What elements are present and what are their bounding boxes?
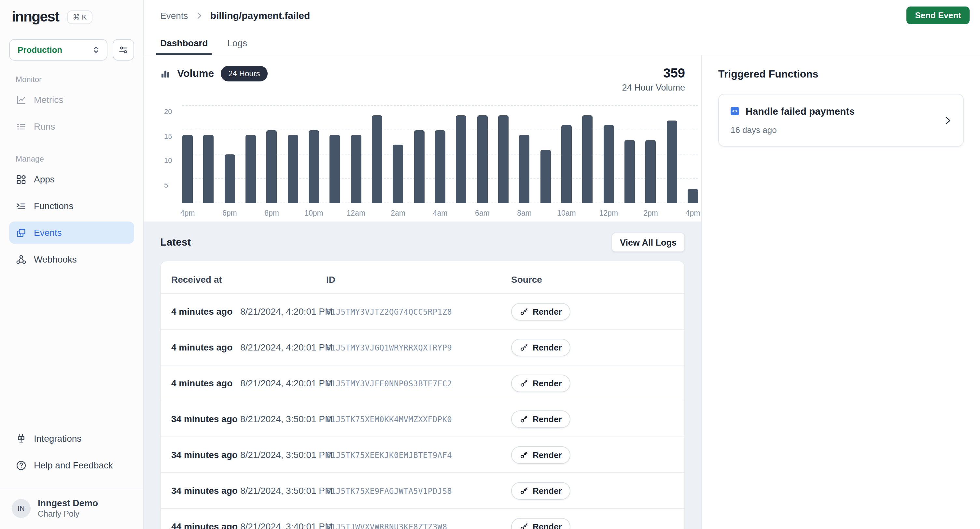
- source-cell: Render: [511, 446, 684, 464]
- key-icon: [520, 343, 528, 352]
- x-axis-label-2pm-11: 2pm: [643, 209, 658, 217]
- y-axis-label-15: 15: [164, 132, 172, 140]
- bar-4pm[interactable]: [687, 189, 698, 203]
- bar-4pm[interactable]: [182, 135, 193, 203]
- bar-4am[interactable]: [435, 130, 445, 203]
- triggered-function-card[interactable]: <>Handle failed payments16 days ago: [718, 94, 964, 147]
- sidebar-item-apps[interactable]: Apps: [9, 168, 134, 190]
- sidebar-item-label: Runs: [34, 121, 55, 132]
- bar-11pm[interactable]: [330, 135, 340, 203]
- bar-12pm[interactable]: [603, 125, 614, 203]
- bar-11am[interactable]: [582, 115, 593, 203]
- sidebar-item-metrics[interactable]: Metrics: [9, 89, 134, 111]
- bar-8am[interactable]: [519, 135, 530, 203]
- key-icon: [520, 415, 528, 423]
- environment-selector[interactable]: Production: [9, 39, 107, 61]
- event-id: 01J5TMY3VJGQ1WRYRRXQXTRYP9: [326, 343, 452, 352]
- bar-6am[interactable]: [477, 115, 487, 203]
- table-row[interactable]: 34 minutes ago8/21/2024, 3:50:01 PM01J5T…: [161, 472, 684, 508]
- webhook-icon: [16, 254, 27, 265]
- source-badge[interactable]: Render: [511, 410, 570, 428]
- bar-1am[interactable]: [372, 115, 382, 203]
- sidebar-item-integrations[interactable]: Integrations: [9, 427, 134, 449]
- sidebar-item-label: Help and Feedback: [34, 460, 113, 470]
- table-row[interactable]: 4 minutes ago8/21/2024, 4:20:01 PM01J5TM…: [161, 293, 684, 329]
- bar-2pm[interactable]: [646, 140, 656, 203]
- section-label: Monitor: [16, 75, 134, 84]
- source-badge[interactable]: Render: [511, 482, 570, 499]
- environment-settings-button[interactable]: [113, 39, 134, 61]
- sidebar-item-functions[interactable]: Functions: [9, 195, 134, 217]
- source-badge[interactable]: Render: [511, 303, 570, 320]
- source-badge[interactable]: Render: [511, 374, 570, 392]
- event-id-cell: 01J5TMY3VJTZ2QG74QCC5RP1Z8: [326, 306, 511, 317]
- event-id-cell: 01J5TK75XE9FAGJWTA5V1PDJS8: [326, 485, 511, 496]
- sidebar-item-webhooks[interactable]: Webhooks: [9, 248, 134, 270]
- user-menu[interactable]: IN Inngest Demo Charly Poly: [9, 489, 134, 529]
- time-range-badge[interactable]: 24 Hours: [220, 66, 267, 81]
- bar-7pm[interactable]: [245, 135, 256, 203]
- source-badge[interactable]: Render: [511, 446, 570, 464]
- user-info: Inngest Demo Charly Poly: [38, 498, 98, 519]
- bar-10am[interactable]: [561, 125, 572, 203]
- sidebar-item-label: Events: [34, 227, 62, 238]
- source-badge[interactable]: Render: [511, 518, 570, 529]
- bar-12am[interactable]: [351, 135, 361, 203]
- sidebar-item-events[interactable]: Events: [9, 221, 134, 244]
- x-axis-label-4am-6: 4am: [433, 209, 448, 217]
- source-label: Render: [533, 486, 562, 496]
- bar-1pm[interactable]: [624, 140, 635, 203]
- tab-logs[interactable]: Logs: [227, 30, 247, 55]
- view-all-logs-button[interactable]: View All Logs: [611, 233, 685, 252]
- gridline-15: [182, 129, 698, 130]
- source-cell: Render: [511, 410, 684, 428]
- bar-5am[interactable]: [456, 115, 466, 203]
- sidebar-item-help-and-feedback[interactable]: Help and Feedback: [9, 454, 134, 476]
- bar-6pm[interactable]: [224, 155, 235, 203]
- y-axis-label-20: 20: [164, 107, 172, 115]
- source-cell: Render: [511, 374, 684, 392]
- latest-section: Latest View All Logs Received at ID Sour…: [144, 221, 701, 529]
- source-label: Render: [533, 378, 562, 388]
- functions-icon: [16, 200, 27, 211]
- bar-7am[interactable]: [498, 115, 509, 203]
- source-cell: Render: [511, 338, 684, 356]
- event-id-cell: 01J5TJWVXVWRRNU3KF8ZTZ3W8: [326, 521, 511, 529]
- bar-10pm[interactable]: [309, 130, 319, 203]
- table-row[interactable]: 4 minutes ago8/21/2024, 4:20:01 PM01J5TM…: [161, 365, 684, 401]
- left-column: Volume 24 Hours 359 24 Hour Volume 20151…: [144, 56, 702, 529]
- received-at-cell: 34 minutes ago8/21/2024, 3:50:01 PM: [161, 485, 326, 496]
- tab-dashboard[interactable]: Dashboard: [160, 30, 208, 55]
- table-row[interactable]: 34 minutes ago8/21/2024, 3:50:01 PM01J5T…: [161, 437, 684, 472]
- relative-time: 4 minutes ago: [171, 306, 240, 317]
- events-table: Received at ID Source 4 minutes ago8/21/…: [160, 261, 685, 529]
- table-row[interactable]: 44 minutes ago8/21/2024, 3:40:01 PM01J5T…: [161, 508, 684, 529]
- timestamp: 8/21/2024, 3:40:01 PM: [240, 521, 332, 529]
- function-name: Handle failed payments: [746, 105, 855, 116]
- column-source: Source: [511, 274, 684, 285]
- bar-9pm[interactable]: [288, 135, 298, 203]
- bar-2am[interactable]: [393, 145, 403, 203]
- sidebar-section-monitor: MonitorMetricsRuns: [9, 75, 134, 137]
- inngest-logo[interactable]: inngest: [12, 8, 59, 25]
- table-row[interactable]: 4 minutes ago8/21/2024, 4:20:01 PM01J5TM…: [161, 329, 684, 365]
- chevron-right-icon: [943, 115, 953, 125]
- x-axis-label-6pm-1: 6pm: [223, 209, 237, 217]
- volume-total-label: 24 Hour Volume: [622, 83, 685, 92]
- sidebar-item-runs[interactable]: Runs: [9, 115, 134, 137]
- send-event-button[interactable]: Send Event: [907, 6, 970, 24]
- triggered-functions-list: <>Handle failed payments16 days ago: [718, 94, 964, 147]
- table-row[interactable]: 34 minutes ago8/21/2024, 3:50:01 PM01J5T…: [161, 401, 684, 437]
- environment-label: Production: [18, 45, 62, 55]
- apps-grid-icon: [16, 174, 27, 185]
- bar-5pm[interactable]: [204, 135, 214, 203]
- bar-8pm[interactable]: [267, 130, 277, 203]
- source-badge[interactable]: Render: [511, 338, 570, 356]
- command-k-shortcut[interactable]: ⌘ K: [67, 10, 92, 24]
- column-id: ID: [326, 274, 511, 285]
- key-icon: [520, 379, 528, 387]
- bar-9am[interactable]: [540, 150, 550, 203]
- breadcrumb-events[interactable]: Events: [160, 10, 188, 21]
- bar-3am[interactable]: [414, 130, 424, 203]
- bar-3pm[interactable]: [667, 120, 677, 203]
